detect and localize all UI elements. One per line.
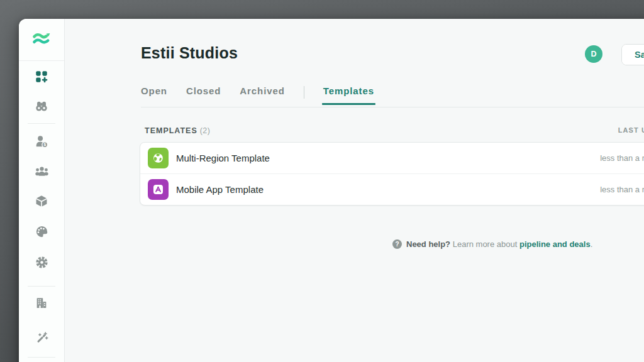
help-suffix: . xyxy=(591,239,593,249)
grid-plus-icon xyxy=(35,70,48,86)
question-mark-icon: ? xyxy=(392,239,402,249)
main-content: Estii Studios D Sales De Open Closed Arc… xyxy=(64,19,644,362)
app-store-a-icon xyxy=(148,179,169,200)
template-row[interactable]: Mobile App Template less than a minute a… xyxy=(140,173,644,205)
sidebar-divider xyxy=(28,286,55,287)
nav-team[interactable] xyxy=(34,165,49,180)
nav-deals-dashboard[interactable] xyxy=(34,70,49,85)
tab-closed[interactable]: Closed xyxy=(186,85,221,105)
svg-text:$: $ xyxy=(43,142,47,147)
section-title: TEMPLATES xyxy=(145,126,197,135)
app-window: $ xyxy=(19,19,644,362)
templates-list: Multi-Region Template less than a minute… xyxy=(140,142,644,206)
app-logo[interactable] xyxy=(19,19,64,61)
nav-search[interactable] xyxy=(34,100,49,115)
template-title: Mobile App Template xyxy=(176,184,600,195)
desktop-backdrop: $ xyxy=(0,0,644,362)
help-text: Learn more about xyxy=(453,239,518,249)
nav-clients[interactable]: $ xyxy=(34,135,49,150)
logo-waves-icon xyxy=(31,30,52,49)
tab-templates[interactable]: Templates xyxy=(323,85,374,105)
sidebar: $ xyxy=(19,19,65,362)
pipeline-tabs: Open Closed Archived Templates xyxy=(141,85,644,107)
building-icon xyxy=(35,296,48,312)
template-updated: less than a minute ago xyxy=(600,153,644,163)
palette-icon xyxy=(35,224,49,241)
cube-icon xyxy=(35,194,48,211)
sidebar-divider xyxy=(28,357,55,358)
mode-switcher: Sales De xyxy=(621,44,644,65)
nav-settings[interactable] xyxy=(34,256,49,271)
nav-magic-tools[interactable] xyxy=(34,331,49,346)
template-title: Multi-Region Template xyxy=(176,153,600,163)
magic-wand-icon xyxy=(35,331,49,348)
tab-open[interactable]: Open xyxy=(141,85,167,105)
segment-sales[interactable]: Sales xyxy=(622,45,644,65)
globe-icon xyxy=(148,148,169,168)
tab-archived[interactable]: Archived xyxy=(240,85,284,105)
nav-organization[interactable] xyxy=(34,297,49,312)
help-bold-text: Need help? xyxy=(406,239,450,249)
template-updated: less than a minute ago xyxy=(600,185,644,194)
help-link[interactable]: pipeline and deals xyxy=(519,239,591,249)
nav-packages[interactable] xyxy=(34,195,49,210)
template-row[interactable]: Multi-Region Template less than a minute… xyxy=(140,143,644,173)
page-title: Estii Studios xyxy=(141,43,238,63)
avatar[interactable]: D xyxy=(585,45,602,63)
nav-branding[interactable] xyxy=(34,225,49,240)
gear-icon xyxy=(35,255,49,272)
section-count: (2) xyxy=(200,126,210,135)
column-header-last-updated: LAST UPDATED xyxy=(618,126,644,134)
list-header-row: TEMPLATES(2) LAST UPDATED xyxy=(140,124,644,136)
sidebar-divider xyxy=(28,123,55,124)
team-icon xyxy=(35,165,49,182)
client-dollar-icon: $ xyxy=(35,134,49,151)
help-row: ? Need help? Learn more about pipeline a… xyxy=(392,239,592,249)
binoculars-icon xyxy=(35,99,48,116)
tab-divider xyxy=(304,86,304,99)
